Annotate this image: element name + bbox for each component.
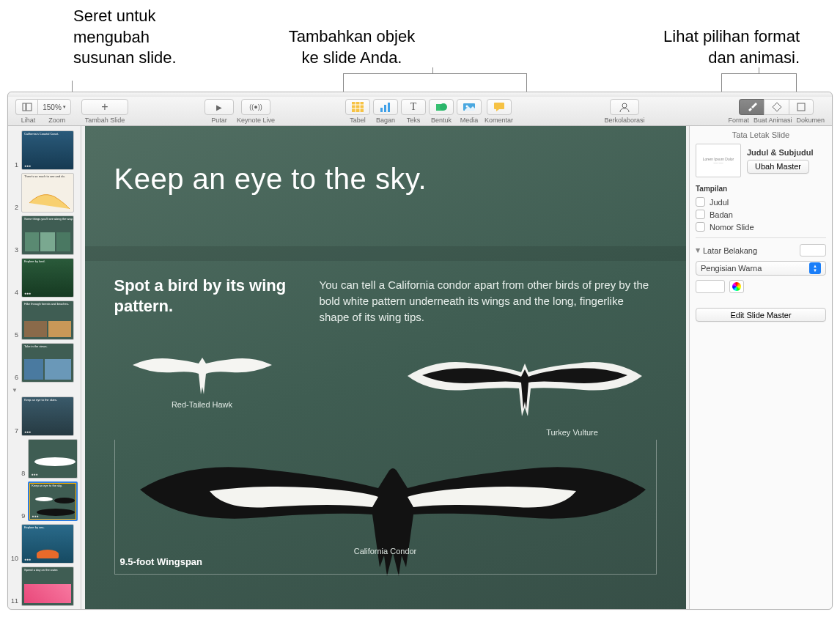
- background-label: Latar Belakang: [703, 246, 757, 255]
- shape-icon: [435, 102, 447, 112]
- svg-point-17: [34, 457, 75, 466]
- slide: Keep an eye to the sky. Spot a bird by i…: [85, 126, 686, 609]
- shape-button[interactable]: [429, 99, 454, 115]
- body-checkbox-label: Badan: [710, 210, 733, 219]
- svg-point-15: [622, 103, 627, 108]
- collaborate-icon: [618, 102, 631, 112]
- slide-number: 1: [11, 161, 18, 169]
- play-button[interactable]: ▶: [205, 99, 234, 115]
- slide-canvas[interactable]: Keep an eye to the sky. Spot a bird by i…: [81, 126, 689, 609]
- table-button[interactable]: [345, 99, 370, 115]
- svg-rect-16: [797, 103, 805, 111]
- slide-thumb[interactable]: 5 Hike through forests and beaches.: [8, 299, 81, 342]
- callout-format: Lihat pilihan formatdan animasi.: [565, 26, 800, 68]
- slide-navigator[interactable]: 1 California's Coastal Coast.●●● 2 There…: [8, 126, 81, 609]
- background-disclosure[interactable]: ▶ Latar Belakang: [696, 244, 826, 257]
- master-thumbnail[interactable]: Lorem Ipsum Dolor —— ——: [696, 144, 741, 177]
- document-label: Dokumen: [796, 117, 825, 124]
- color-picker-button[interactable]: [729, 280, 744, 293]
- checkbox-icon: [696, 222, 705, 232]
- slide-thumb[interactable]: 3 Some things you'll see along the way.: [8, 214, 81, 257]
- slidenum-checkbox-row[interactable]: Nomor Slide: [696, 222, 826, 232]
- collaborate-label: Berkolaborasi: [604, 117, 644, 124]
- master-name: Judul & Subjudul: [747, 148, 826, 157]
- svg-rect-2: [352, 102, 364, 112]
- disclosure-triangle[interactable]: ▼: [8, 384, 81, 395]
- text-button[interactable]: T: [401, 99, 426, 115]
- animate-label: Buat Animasi: [754, 117, 792, 124]
- play-icon: ▶: [216, 103, 222, 111]
- table-label: Tabel: [350, 117, 366, 124]
- triangle-icon: ▶: [695, 248, 701, 253]
- add-slide-label: Tambah Slide: [85, 117, 125, 124]
- change-master-button[interactable]: Ubah Master: [747, 160, 809, 174]
- slide-body-text[interactable]: You can tell a California condor apart f…: [320, 277, 657, 325]
- view-icon: [22, 103, 32, 111]
- comment-icon: [493, 102, 505, 112]
- svg-rect-14: [494, 103, 504, 109]
- brush-icon: [746, 102, 758, 112]
- color-well[interactable]: [696, 280, 725, 293]
- add-slide-button[interactable]: +: [81, 99, 128, 115]
- slide-number: 7: [11, 427, 18, 435]
- animate-tab[interactable]: [764, 99, 789, 115]
- toolbar: 150%▾ Lihat Zoom + Tambah Slide ▶ Putar …: [8, 97, 832, 126]
- view-label: Lihat: [21, 117, 36, 124]
- slide-number: 8: [18, 470, 25, 477]
- slide-thumb[interactable]: 6 Take in the views.: [8, 342, 81, 384]
- slide-thumb[interactable]: 8 ●●●: [8, 438, 81, 480]
- bird-hawk[interactable]: Red-Tailed Hawk: [129, 343, 276, 409]
- slide-subtitle[interactable]: Spot a bird by its wing pattern.: [114, 276, 298, 316]
- annotation-callouts: Seret untukmengubahsusunan slide. Tambah…: [0, 0, 840, 95]
- chart-button[interactable]: [373, 99, 398, 115]
- svg-rect-0: [23, 103, 26, 111]
- play-label: Putar: [211, 117, 227, 124]
- view-button[interactable]: [15, 99, 37, 115]
- comment-button[interactable]: [487, 99, 512, 115]
- text-label: Teks: [407, 117, 421, 124]
- edit-slide-master-button[interactable]: Edit Slide Master: [696, 308, 826, 322]
- callout-reorder: Seret untukmengubahsusunan slide.: [73, 6, 177, 69]
- slide-thumb[interactable]: 11 Spend a day on the water.: [8, 565, 81, 608]
- keynote-live-button[interactable]: ((●)): [241, 99, 270, 115]
- svg-point-19: [54, 498, 75, 503]
- comment-label: Komentar: [485, 117, 513, 124]
- slide-thumb[interactable]: 10 Explore by sea.●●●: [8, 523, 81, 565]
- body-checkbox-row[interactable]: Badan: [696, 210, 826, 219]
- title-checkbox-label: Judul: [710, 198, 729, 207]
- broadcast-icon: ((●)): [249, 103, 262, 111]
- bird-vulture[interactable]: Turkey Vulture: [400, 343, 649, 437]
- slide-thumb[interactable]: 4 Explore by land.●●●: [8, 257, 81, 299]
- slide-thumb[interactable]: 7 Keep an eye to the skies.●●●: [8, 395, 81, 438]
- slide-thumb[interactable]: 2 There's so much to see and do.: [8, 171, 81, 214]
- slide-number: 4: [11, 289, 18, 296]
- slide-number: 2: [11, 204, 18, 211]
- svg-rect-9: [388, 103, 390, 112]
- chart-label: Bagan: [376, 117, 395, 124]
- text-icon: T: [410, 101, 417, 113]
- slide-thumb-selected[interactable]: 9 Keep an eye to the sky.●●●: [8, 480, 81, 523]
- slide-number: 10: [11, 555, 18, 562]
- svg-point-20: [37, 509, 75, 516]
- fill-type-popup[interactable]: Pengisian Warna ▲▼: [696, 261, 826, 276]
- slide-thumb[interactable]: 1 California's Coastal Coast.●●●: [8, 129, 81, 171]
- media-button[interactable]: [457, 99, 482, 115]
- svg-rect-7: [380, 108, 383, 112]
- background-swatch[interactable]: [800, 244, 826, 257]
- slide-title[interactable]: Keep an eye to the sky.: [114, 163, 427, 196]
- slide-number: 6: [11, 374, 18, 381]
- title-checkbox-row[interactable]: Judul: [696, 197, 826, 207]
- zoom-button[interactable]: 150%▾: [37, 99, 71, 115]
- collaborate-button[interactable]: [610, 99, 639, 115]
- keynote-window: 150%▾ Lihat Zoom + Tambah Slide ▶ Putar …: [7, 92, 833, 610]
- svg-rect-8: [384, 105, 386, 112]
- zoom-label: Zoom: [48, 117, 65, 124]
- format-tab[interactable]: [739, 99, 764, 115]
- color-wheel-icon: [732, 282, 741, 291]
- slidenum-checkbox-label: Nomor Slide: [710, 223, 754, 232]
- svg-point-18: [35, 497, 53, 501]
- document-tab[interactable]: [789, 99, 814, 115]
- slide-number: 5: [11, 331, 18, 339]
- inspector-title: Tata Letak Slide: [696, 130, 826, 139]
- media-label: Media: [460, 117, 479, 124]
